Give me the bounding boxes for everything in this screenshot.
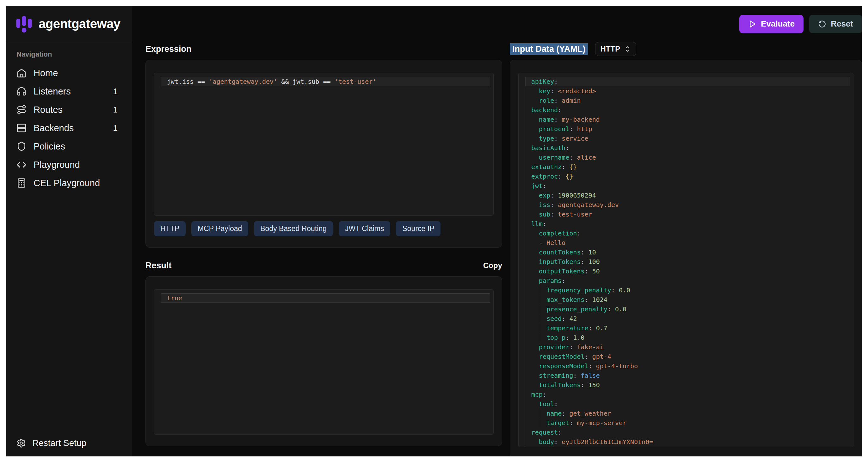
rotate-ccw-icon [818, 20, 826, 28]
sidebar-footer: Restart Setup [6, 438, 132, 456]
calculator-icon [17, 178, 27, 188]
code-line: tool: [525, 399, 850, 409]
result-title-row: Result Copy [146, 259, 502, 272]
code-line: true [161, 293, 490, 303]
code-line: totalTokens: 150 [525, 380, 850, 390]
filter-chip[interactable]: Body Based Routing [254, 221, 333, 236]
expression-code: jwt.iss == 'agentgateway.dev' && jwt.sub… [161, 77, 490, 86]
sidebar-item-policies[interactable]: Policies [14, 139, 125, 154]
code-line: username: alice [525, 153, 850, 162]
code-line: apiKey: [525, 77, 850, 86]
code-line: iss: agentgateway.dev [525, 200, 850, 209]
filter-chip[interactable]: JWT Claims [339, 221, 391, 236]
input-data-card: apiKey: key: <redacted> role: adminbacke… [510, 60, 862, 456]
screenshot-frame: agentgateway Navigation Home Listeners 1… [0, 0, 868, 464]
sidebar-item-label: CEL Playground [33, 178, 122, 188]
code-line: jwt.iss == 'agentgateway.dev' && jwt.sub… [161, 77, 490, 86]
input-type-value: HTTP [600, 44, 620, 54]
sidebar-item-playground[interactable]: Playground [14, 157, 125, 172]
code-line: key: <redacted> [525, 86, 850, 96]
code-line: name: my-backend [525, 115, 850, 124]
sidebar-item-label: Backends [33, 123, 106, 133]
input-title-row: Input Data (YAML) HTTP [510, 42, 862, 56]
code-line: mcp: [525, 390, 850, 399]
nav-section-label: Navigation [14, 50, 125, 59]
code-line: presence_penalty: 0.0 [525, 304, 850, 314]
sidebar-item-listeners[interactable]: Listeners 1 [14, 84, 125, 99]
code-line: completion: [525, 229, 850, 238]
code-line: top_p: 1.0 [525, 333, 850, 342]
brand-name: agentgateway [38, 17, 121, 31]
sidebar-item-badge: 1 [113, 123, 122, 133]
result-editor[interactable]: true [154, 289, 494, 435]
app-window: agentgateway Navigation Home Listeners 1… [6, 6, 862, 456]
brand-link[interactable]: agentgateway [6, 6, 132, 42]
sidebar-item-label: Listeners [33, 86, 106, 97]
main-area: Evaluate Reset Expression jw [132, 6, 862, 456]
code-line: type: service [525, 134, 850, 143]
sidebar-item-routes[interactable]: Routes 1 [14, 102, 125, 117]
shield-icon [17, 141, 27, 152]
code-line: responseModel: gpt-4-turbo [525, 361, 850, 371]
code-icon [17, 160, 27, 170]
code-line: requestModel: gpt-4 [525, 352, 850, 361]
code-line: exp: 1900650294 [525, 191, 850, 200]
evaluate-label: Evaluate [761, 19, 795, 29]
result-card: true [146, 276, 502, 446]
yaml-code: apiKey: key: <redacted> role: adminbacke… [525, 77, 850, 446]
code-line: jwt: [525, 181, 850, 191]
yaml-editor[interactable]: apiKey: key: <redacted> role: adminbacke… [518, 73, 854, 447]
sidebar-nav: Navigation Home Listeners 1 Routes 1 [6, 42, 132, 194]
input-data-title: Input Data (YAML) [510, 43, 588, 55]
reset-button[interactable]: Reset [809, 15, 862, 33]
filter-chip[interactable]: Source IP [396, 221, 440, 236]
sidebar-item-badge: 1 [113, 87, 122, 96]
left-column: Expression jwt.iss == 'agentgateway.dev'… [146, 42, 502, 456]
filter-chip[interactable]: MCP Payload [191, 221, 248, 236]
topbar: Evaluate Reset [132, 6, 862, 42]
headphones-icon [17, 86, 27, 96]
code-line: basicAuth: [525, 143, 850, 153]
result-code: true [161, 293, 490, 303]
home-icon [17, 68, 27, 78]
sidebar-item-home[interactable]: Home [14, 65, 125, 80]
gear-icon [17, 438, 26, 448]
code-line: temperature: 0.7 [525, 323, 850, 333]
code-line: llm: [525, 219, 850, 229]
code-line: extauthz: {} [525, 162, 850, 172]
code-line: - Hello [525, 238, 850, 247]
code-line: seed: 42 [525, 314, 850, 323]
result-title: Result [146, 261, 172, 271]
restart-setup-button[interactable]: Restart Setup [17, 438, 122, 448]
code-line: frequency_penalty: 0.0 [525, 286, 850, 295]
sidebar: agentgateway Navigation Home Listeners 1… [6, 6, 132, 456]
code-line: name: get_weather [525, 409, 850, 418]
sidebar-item-label: Home [33, 68, 122, 78]
code-line: provider: fake-ai [525, 342, 850, 352]
code-line: target: my-mcp-server [525, 418, 850, 428]
route-icon [17, 105, 27, 115]
server-icon [17, 123, 27, 133]
expression-editor[interactable]: jwt.iss == 'agentgateway.dev' && jwt.sub… [154, 73, 494, 216]
sidebar-item-label: Playground [33, 160, 122, 170]
sidebar-item-label: Routes [33, 105, 106, 115]
content-grid: Expression jwt.iss == 'agentgateway.dev'… [132, 42, 862, 456]
sidebar-item-backends[interactable]: Backends 1 [14, 121, 125, 136]
code-line: outputTokens: 50 [525, 266, 850, 276]
code-line: request: [525, 428, 850, 437]
play-icon [748, 20, 756, 28]
expression-title-row: Expression [146, 42, 502, 56]
code-line: params: [525, 276, 850, 286]
filter-chip[interactable]: HTTP [154, 221, 186, 236]
sidebar-item-label: Policies [33, 141, 122, 152]
code-line: max_tokens: 1024 [525, 295, 850, 304]
sidebar-item-cel-playground[interactable]: CEL Playground [14, 175, 125, 191]
example-chips: HTTPMCP PayloadBody Based RoutingJWT Cla… [154, 221, 494, 236]
expression-title: Expression [146, 44, 192, 54]
copy-button[interactable]: Copy [483, 261, 502, 270]
evaluate-button[interactable]: Evaluate [739, 15, 804, 33]
code-line: inputTokens: 100 [525, 257, 850, 266]
code-line: role: admin [525, 96, 850, 105]
code-line: streaming: false [525, 371, 850, 380]
input-type-select[interactable]: HTTP [595, 42, 637, 56]
